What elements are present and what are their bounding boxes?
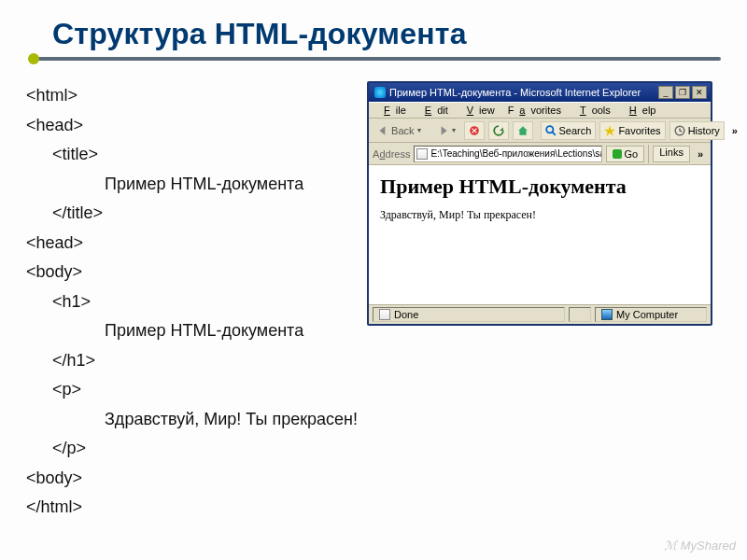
code-line: <h1> xyxy=(52,287,358,317)
menu-tools[interactable]: Tools xyxy=(569,104,616,117)
stop-button[interactable] xyxy=(464,121,485,140)
search-icon xyxy=(545,125,557,136)
close-button[interactable]: ✕ xyxy=(692,86,707,99)
code-line: </p> xyxy=(52,434,358,464)
code-line: </html> xyxy=(26,493,358,523)
back-label: Back xyxy=(391,125,414,136)
go-button[interactable]: Go xyxy=(606,146,645,162)
address-bar: Address E:\Teaching\Веб-приложения\Lecti… xyxy=(369,143,711,165)
menu-file[interactable]: File xyxy=(373,104,412,117)
links-label: Links xyxy=(659,147,684,158)
browser-viewport: Пример HTML-документа Здравствуй, Мир! Т… xyxy=(369,165,711,305)
menubar: File Edit View Favorites Tools Help xyxy=(369,102,711,119)
menu-help[interactable]: Help xyxy=(618,104,662,117)
code-line: Пример HTML-документа xyxy=(105,170,358,200)
maximize-button[interactable]: ❐ xyxy=(675,86,690,99)
chevron-down-icon: ▾ xyxy=(452,126,456,134)
menu-view[interactable]: View xyxy=(456,104,500,117)
code-line: <html> xyxy=(26,81,358,111)
content-row: <html> <head> <title> Пример HTML-докуме… xyxy=(26,81,721,523)
page-paragraph: Здравствуй, Мир! Ты прекрасен! xyxy=(380,208,699,222)
links-overflow[interactable]: » xyxy=(694,148,707,160)
minimize-button[interactable]: _ xyxy=(658,86,673,99)
home-button[interactable] xyxy=(513,121,533,140)
refresh-button[interactable] xyxy=(488,121,509,140)
home-icon xyxy=(517,125,529,136)
status-done-label: Done xyxy=(394,309,418,320)
titlebar[interactable]: Пример HTML-документа - Microsoft Intern… xyxy=(369,83,711,102)
title-underline xyxy=(30,57,721,61)
code-listing: <html> <head> <title> Пример HTML-докуме… xyxy=(26,81,358,523)
favorites-button[interactable]: Favorites xyxy=(599,121,665,140)
menu-edit[interactable]: Edit xyxy=(414,104,454,117)
stop-icon xyxy=(469,125,480,136)
history-icon xyxy=(674,125,685,136)
browser-window: Пример HTML-документа - Microsoft Intern… xyxy=(367,81,712,326)
back-button[interactable]: Back ▾ xyxy=(373,121,425,140)
status-zone: My Computer xyxy=(595,307,707,322)
code-line: </h1> xyxy=(52,346,358,376)
toolbar: Back ▾ ▾ xyxy=(369,119,711,143)
go-label: Go xyxy=(625,148,639,160)
links-button[interactable]: Links xyxy=(653,146,690,162)
star-icon xyxy=(604,125,615,136)
window-controls: _ ❐ ✕ xyxy=(658,86,707,99)
address-label: Address xyxy=(373,148,410,160)
document-icon xyxy=(416,148,428,160)
back-arrow-icon xyxy=(377,125,388,136)
status-zone-label: My Computer xyxy=(616,309,678,320)
code-line: Здравствуй, Мир! Ты прекрасен! xyxy=(105,405,358,435)
refresh-icon xyxy=(493,125,504,136)
search-label: Search xyxy=(559,125,592,136)
document-icon xyxy=(379,309,390,320)
ie-icon xyxy=(374,87,386,98)
chevron-down-icon: ▾ xyxy=(417,126,421,134)
watermark: ℳ MyShared xyxy=(664,539,736,553)
address-input[interactable]: E:\Teaching\Веб-приложения\Lections\samp… xyxy=(414,146,601,162)
history-button[interactable]: History xyxy=(669,121,725,140)
go-icon xyxy=(613,149,622,159)
code-line: <title> xyxy=(52,140,358,170)
status-empty xyxy=(569,307,591,322)
code-line: <head> xyxy=(26,229,358,259)
toolbar-overflow[interactable]: » xyxy=(728,125,741,136)
search-button[interactable]: Search xyxy=(541,121,597,140)
code-line: <p> xyxy=(52,375,358,405)
toolbar-separator xyxy=(648,145,649,163)
history-label: History xyxy=(688,125,720,136)
menu-favorites[interactable]: Favorites xyxy=(502,104,567,117)
code-line: <head> xyxy=(26,111,358,141)
page-heading: Пример HTML-документа xyxy=(380,175,699,199)
slide: Структура HTML-документа <html> <head> <… xyxy=(0,0,747,560)
slide-title: Структура HTML-документа xyxy=(52,17,721,51)
watermark-text: MyShared xyxy=(681,539,736,553)
code-line: <body> xyxy=(26,464,358,494)
window-title: Пример HTML-документа - Microsoft Intern… xyxy=(389,87,641,98)
svg-line-2 xyxy=(552,132,556,135)
code-line: <body> xyxy=(26,258,358,287)
favorites-label: Favorites xyxy=(618,125,660,136)
code-line: </title> xyxy=(52,199,358,229)
status-done: Done xyxy=(373,307,565,322)
address-value: E:\Teaching\Веб-приложения\Lections\samp… xyxy=(430,148,601,159)
status-bar: Done My Computer xyxy=(369,305,711,324)
code-line: Пример HTML-документа xyxy=(105,316,358,346)
forward-button[interactable]: ▾ xyxy=(433,121,460,140)
computer-icon xyxy=(601,309,613,320)
forward-arrow-icon xyxy=(438,125,449,136)
